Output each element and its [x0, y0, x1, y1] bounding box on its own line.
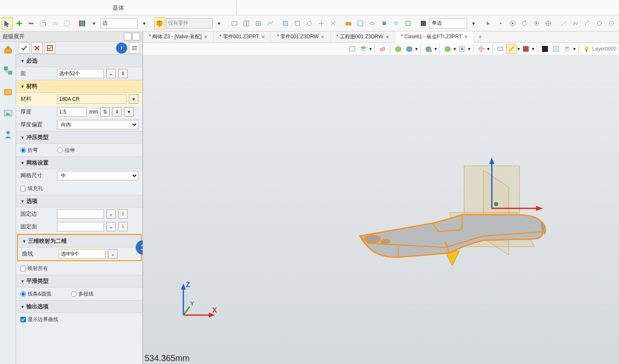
- select-chain-icon[interactable]: [49, 17, 60, 29]
- section-output[interactable]: ▼输出选项: [16, 300, 143, 313]
- close-icon[interactable]: ×: [204, 34, 207, 40]
- vtab-user-icon[interactable]: [2, 128, 14, 140]
- close-icon[interactable]: ×: [321, 34, 324, 40]
- apply-button[interactable]: [44, 43, 55, 54]
- thickness-spin[interactable]: ⇅: [100, 107, 110, 117]
- section-required[interactable]: ▼必选: [16, 54, 143, 67]
- vp-bulb-icon[interactable]: 💡: [581, 44, 591, 54]
- vp-caret[interactable]: ▾: [468, 46, 471, 52]
- curve-input[interactable]: [59, 249, 106, 259]
- dropdown-caret-icon[interactable]: ▾: [88, 17, 100, 29]
- fixed-edge-expand[interactable]: ⌄: [106, 209, 116, 219]
- color-palette-icon[interactable]: [77, 17, 88, 29]
- vp-cube4-icon[interactable]: [442, 44, 453, 54]
- settings-button[interactable]: [129, 43, 140, 54]
- vp-window-icon[interactable]: [347, 44, 357, 54]
- sk-point-icon[interactable]: [495, 17, 506, 29]
- vp-caret[interactable]: ▾: [415, 46, 418, 52]
- view-icon-9[interactable]: [328, 17, 339, 29]
- view-icon-13[interactable]: [379, 17, 390, 29]
- add-icon[interactable]: [14, 17, 25, 29]
- vp-eraser-icon[interactable]: [377, 44, 388, 54]
- vp-caret[interactable]: ▾: [369, 46, 372, 52]
- view-icon-8[interactable]: [316, 17, 327, 29]
- vp-edge-highlight-icon[interactable]: [506, 44, 516, 54]
- sk-line-icon[interactable]: [558, 17, 569, 29]
- vp-caret[interactable]: ▾: [454, 46, 456, 52]
- close-icon[interactable]: ×: [386, 34, 389, 40]
- fixed-face-expand[interactable]: ⌄: [106, 222, 116, 231]
- material-caret[interactable]: ▾: [129, 94, 138, 104]
- doc-tab-1[interactable]: * 零件001.Z3PRT×: [214, 31, 271, 42]
- cube-icon[interactable]: [154, 17, 165, 29]
- radio-bend[interactable]: [20, 148, 26, 153]
- remove-icon[interactable]: [26, 17, 37, 29]
- view-icon-2[interactable]: [241, 17, 252, 29]
- sk-globe-icon[interactable]: [543, 17, 554, 29]
- vp-cube5-icon[interactable]: [457, 44, 467, 54]
- vp-caret[interactable]: ▾: [517, 46, 520, 52]
- vp-plane-icon[interactable]: [495, 44, 505, 54]
- face-input[interactable]: [57, 69, 104, 78]
- material-select[interactable]: [57, 94, 126, 104]
- doc-tab-3[interactable]: * 工程图001.Z3DRW×: [331, 31, 395, 42]
- view-icon-7[interactable]: [304, 17, 315, 29]
- vp-crosshair-icon[interactable]: [476, 44, 486, 54]
- scope-select[interactable]: [166, 18, 213, 28]
- fixed-face-input[interactable]: [57, 222, 104, 231]
- radio-stretch[interactable]: [57, 148, 63, 153]
- curve-expand[interactable]: ⌄: [108, 249, 117, 259]
- sk-circle-icon[interactable]: [594, 17, 605, 29]
- mesh-size-select[interactable]: 中: [57, 171, 138, 180]
- panel-pin-button[interactable]: [124, 33, 131, 40]
- radio-poly[interactable]: [71, 291, 77, 297]
- doc-tab-0[interactable]: * 阀体.Z3 - [Valve-装配]×: [143, 31, 214, 42]
- cursor-tool-icon[interactable]: [2, 17, 13, 29]
- vp-layers-icon[interactable]: [358, 44, 368, 54]
- filter-caret-icon[interactable]: ▾: [139, 17, 150, 29]
- vp-caret[interactable]: ▾: [434, 46, 437, 52]
- ribbon-tab-base[interactable]: 基体: [0, 0, 237, 15]
- view-icon-14[interactable]: [391, 17, 402, 29]
- face-expand-button[interactable]: ⌄: [106, 69, 116, 78]
- sk-arc-icon[interactable]: [582, 17, 593, 29]
- vp-black-icon[interactable]: [540, 44, 550, 54]
- sk-play-icon[interactable]: [507, 17, 518, 29]
- vp-cube3-icon[interactable]: [423, 44, 434, 54]
- sk-polyline-icon[interactable]: [570, 17, 581, 29]
- thickness-input[interactable]: [57, 107, 87, 117]
- thickness-more[interactable]: ▾: [124, 107, 134, 117]
- map-all-checkbox[interactable]: [20, 266, 26, 271]
- close-icon[interactable]: ×: [262, 34, 265, 40]
- new-tab-button[interactable]: +: [474, 31, 487, 42]
- radio-arc[interactable]: [20, 291, 26, 297]
- fixed-edge-input[interactable]: [57, 209, 104, 219]
- doc-tab-2[interactable]: * 零件001.Z3DRW×: [271, 31, 331, 42]
- vtab-tree-icon[interactable]: [2, 65, 14, 77]
- fixed-face-pick[interactable]: ⬇: [118, 222, 128, 231]
- section-press-type[interactable]: ▼冲压类型: [16, 131, 143, 144]
- view-icon-11[interactable]: [355, 17, 366, 29]
- edge-mode-select[interactable]: [430, 18, 467, 28]
- fixed-edge-pick[interactable]: ⬇: [118, 209, 128, 219]
- view-icon-10[interactable]: [343, 17, 354, 29]
- vp-caret[interactable]: ▾: [487, 46, 490, 52]
- view-icon-1[interactable]: [229, 17, 240, 29]
- vtab-image-icon[interactable]: [2, 107, 14, 119]
- vp-blue-icon[interactable]: [551, 44, 561, 54]
- thickness-pick[interactable]: ⬇: [112, 107, 122, 117]
- view-icon-15[interactable]: [402, 17, 414, 29]
- view-icon-12[interactable]: [367, 17, 378, 29]
- section-smooth[interactable]: ▼平滑类型: [16, 275, 143, 287]
- sk-cursor-icon[interactable]: [483, 17, 494, 29]
- view-icon-3[interactable]: [253, 17, 264, 29]
- viewport-3d[interactable]: Z X Y 534.365mm: [143, 55, 619, 364]
- layer-name[interactable]: Layer0000: [592, 46, 616, 52]
- face-pick-button[interactable]: ⬇: [118, 69, 128, 78]
- select-window-icon[interactable]: [37, 17, 48, 29]
- vtab-box-icon[interactable]: [2, 86, 14, 98]
- section-material[interactable]: ▼材料: [16, 80, 143, 93]
- ok-button[interactable]: [19, 43, 30, 54]
- filter-type-select[interactable]: [100, 18, 138, 28]
- view-icon-6[interactable]: [292, 17, 303, 29]
